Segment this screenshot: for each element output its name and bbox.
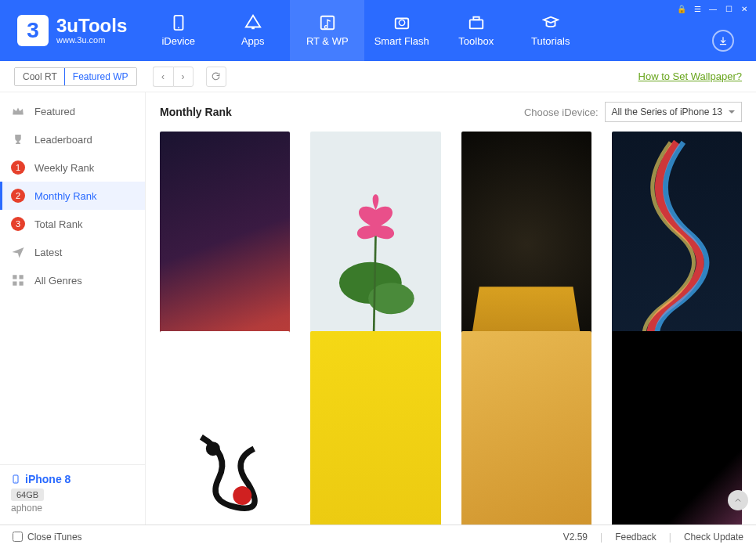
phone-icon: [170, 14, 187, 31]
category-segment: Cool RT Featured WP: [14, 67, 137, 86]
back-button[interactable]: ‹: [153, 67, 173, 87]
nav-idevice[interactable]: iDevice: [141, 0, 215, 61]
sidebar-item-all-genres[interactable]: All Genres: [0, 266, 145, 294]
svg-rect-5: [469, 20, 483, 28]
checkbox-input[interactable]: [13, 532, 23, 542]
device-panel: iPhone 8 64GB aphone: [0, 464, 145, 525]
page-title: Monthly Rank: [160, 106, 232, 118]
sidebar-item-label: Latest: [34, 247, 62, 258]
rank-badge-icon: 3: [11, 217, 25, 231]
download-icon: [718, 35, 729, 46]
camera-icon: [393, 14, 411, 31]
wallpaper-item[interactable]: [310, 331, 440, 525]
sidebar-item-label: Weekly Rank: [34, 162, 94, 174]
nav-smartflash[interactable]: Smart Flash: [364, 0, 439, 61]
sidebar-item-label: All Genres: [34, 275, 82, 287]
chevron-up-icon: [733, 496, 743, 505]
sidebar-item-label: Total Rank: [34, 218, 82, 230]
select-value: All the Series of iPhone 13: [612, 106, 722, 117]
ink-icon: [166, 345, 284, 525]
nav-label: Smart Flash: [374, 35, 429, 47]
svg-rect-9: [13, 282, 16, 286]
grad-icon: [542, 14, 559, 31]
sidebar: Featured Leaderboard 1 Weekly Rank 2 Mon…: [0, 92, 146, 525]
sidebar-item-featured[interactable]: Featured: [0, 97, 145, 125]
svg-rect-7: [13, 275, 16, 279]
sidebar-item-latest[interactable]: Latest: [0, 238, 145, 266]
app-site: www.3u.com: [56, 35, 127, 45]
wallpaper-item[interactable]: [160, 331, 290, 525]
close-button[interactable]: ✕: [739, 3, 750, 14]
menu-icon[interactable]: ☰: [692, 3, 703, 14]
svg-rect-6: [473, 17, 479, 20]
music-icon: [319, 14, 336, 31]
crown-icon: [11, 104, 25, 118]
segment-featured-wp[interactable]: Featured WP: [64, 67, 137, 86]
svg-line-15: [374, 236, 376, 346]
trophy-icon: [11, 132, 25, 146]
nav-toolbox[interactable]: Toolbox: [439, 0, 513, 61]
device-alias: aphone: [11, 503, 134, 514]
subbar: Cool RT Featured WP ‹ › How to Set Wallp…: [0, 61, 756, 92]
plane-icon: [11, 245, 25, 259]
logo-icon: 3: [17, 15, 49, 46]
lock-icon[interactable]: 🔒: [676, 3, 687, 14]
refresh-icon: [211, 71, 221, 81]
wallpaper-item[interactable]: P1: [612, 331, 742, 525]
sidebar-item-weekly-rank[interactable]: 1 Weekly Rank: [0, 153, 145, 182]
sidebar-item-label: Leaderboard: [34, 134, 92, 146]
svg-point-16: [206, 442, 220, 456]
sidebar-item-label: Monthly Rank: [34, 190, 96, 202]
rank-badge-icon: 1: [11, 160, 25, 175]
toolbox-icon: [468, 14, 485, 31]
svg-point-17: [233, 486, 252, 505]
scroll-top-button[interactable]: [728, 490, 748, 510]
sidebar-item-label: Featured: [34, 106, 75, 117]
svg-rect-2: [251, 27, 255, 30]
choose-idevice-select[interactable]: All the Series of iPhone 13: [605, 102, 742, 122]
history-nav: ‹ ›: [153, 67, 194, 87]
wallpaper-item[interactable]: [461, 331, 591, 525]
phone-icon: [11, 473, 20, 485]
device-capacity: 64GB: [11, 489, 44, 501]
how-to-set-wallpaper-link[interactable]: How to Set Wallpaper?: [638, 70, 742, 82]
nav-rtwp[interactable]: RT & WP: [290, 0, 364, 61]
content-header: Monthly Rank Choose iDevice: All the Ser…: [146, 92, 756, 132]
feedback-link[interactable]: Feedback: [615, 532, 657, 543]
check-update-link[interactable]: Check Update: [684, 532, 743, 543]
apps-icon: [244, 14, 262, 31]
device-name[interactable]: iPhone 8: [11, 473, 134, 485]
checkbox-label: Close iTunes: [27, 532, 82, 543]
maximize-button[interactable]: ☐: [723, 3, 734, 14]
nav-label: RT & WP: [306, 35, 349, 47]
app-header: 3 3uTools www.3u.com iDevice Apps RT & W…: [0, 0, 756, 61]
app-title: 3uTools: [56, 16, 127, 35]
segment-cool-rt[interactable]: Cool RT: [15, 68, 65, 85]
forward-button[interactable]: ›: [173, 67, 194, 87]
svg-rect-8: [20, 275, 24, 279]
sidebar-item-total-rank[interactable]: 3 Total Rank: [0, 210, 145, 238]
logo-area: 3 3uTools www.3u.com: [0, 0, 141, 61]
main-nav: iDevice Apps RT & WP Smart Flash Toolbox…: [141, 0, 588, 61]
nav-label: Toolbox: [458, 35, 494, 47]
refresh-button[interactable]: [206, 67, 226, 87]
svg-point-12: [16, 481, 16, 482]
window-controls: 🔒 ☰ — ☐ ✕: [676, 3, 750, 14]
content-pane: Monthly Rank Choose iDevice: All the Ser…: [146, 92, 756, 525]
version-label: V2.59: [563, 532, 588, 543]
close-itunes-checkbox[interactable]: Close iTunes: [13, 532, 82, 543]
nav-tutorials[interactable]: Tutorials: [513, 0, 588, 61]
minimize-button[interactable]: —: [707, 3, 718, 14]
status-bar: Close iTunes V2.59 | Feedback | Check Up…: [0, 525, 756, 548]
rank-badge-icon: 2: [11, 189, 25, 203]
svg-point-1: [178, 27, 179, 29]
sidebar-item-leaderboard[interactable]: Leaderboard: [0, 125, 145, 153]
nav-label: Tutorials: [531, 35, 570, 47]
choose-idevice-label: Choose iDevice:: [524, 106, 599, 118]
nav-label: Apps: [241, 35, 265, 47]
nav-apps[interactable]: Apps: [215, 0, 290, 61]
wallpaper-grid[interactable]: MN GT1 P1: [146, 132, 756, 525]
sidebar-item-monthly-rank[interactable]: 2 Monthly Rank: [0, 182, 145, 210]
nav-label: iDevice: [161, 35, 195, 47]
downloads-button[interactable]: [712, 30, 734, 52]
